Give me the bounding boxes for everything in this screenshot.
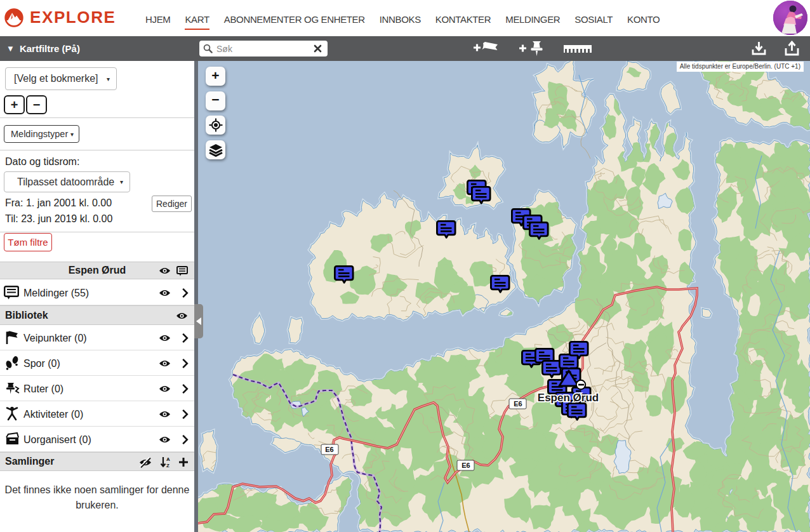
svg-text:Z: Z xyxy=(166,463,169,469)
svg-text:A: A xyxy=(166,456,170,462)
svg-text:E6: E6 xyxy=(325,446,333,453)
svg-text:E6: E6 xyxy=(514,400,522,408)
svg-text:E6: E6 xyxy=(461,462,470,469)
svg-text:Espen Ørud: Espen Ørud xyxy=(538,392,599,404)
